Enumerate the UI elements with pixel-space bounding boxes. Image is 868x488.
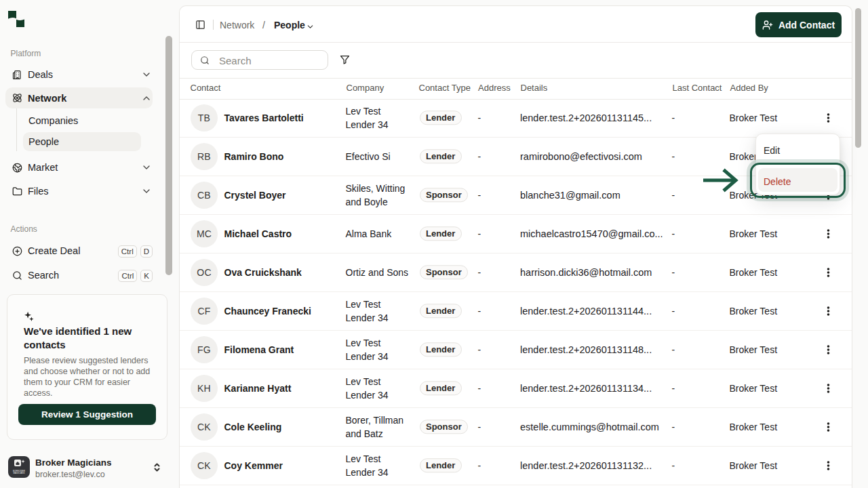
svg-text:MAGICIANS: MAGICIANS [14, 472, 25, 474]
